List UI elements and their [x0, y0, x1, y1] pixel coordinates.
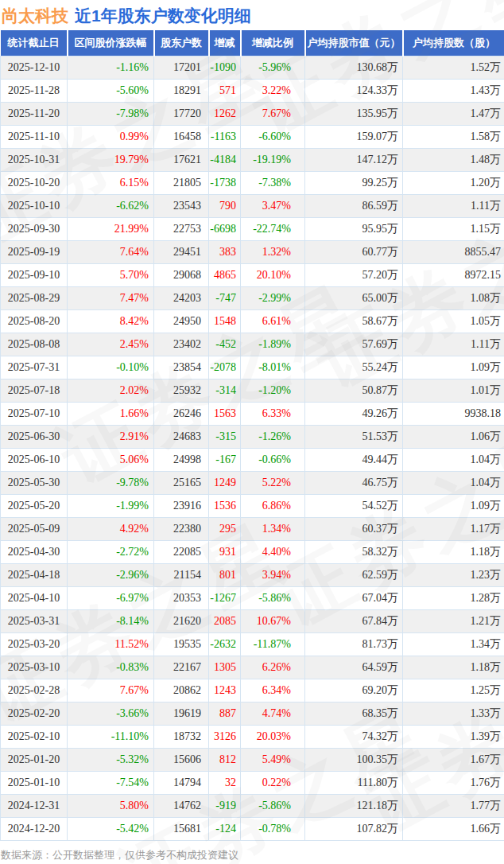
cell-avg-market-value: 111.80万	[305, 771, 403, 794]
cell-avg-market-value: 147.12万	[305, 148, 403, 171]
cell-price-change: -7.54%	[68, 771, 154, 794]
cell-change-ratio: 3.47%	[241, 194, 305, 217]
table-row: 2025-02-10 -11.10% 18732 3126 20.03% 74.…	[1, 725, 504, 748]
cell-avg-shares: 1.21万	[403, 609, 504, 632]
cell-change: 571	[209, 79, 241, 102]
table-row: 2025-01-20 -5.32% 15606 812 5.49% 100.35…	[1, 748, 504, 771]
cell-price-change: 2.45%	[68, 333, 154, 356]
cell-change: 1563	[209, 402, 241, 425]
cell-avg-shares: 1.34万	[403, 632, 504, 656]
cell-stat-date: 2024-12-31	[1, 794, 68, 817]
cell-change-ratio: 1.32%	[241, 240, 305, 263]
cell-price-change: -5.60%	[68, 79, 154, 102]
cell-avg-shares: 8972.15	[403, 263, 504, 286]
page-title: 尚太科技近1年股东户数变化明细	[0, 0, 504, 30]
cell-stat-date: 2024-12-20	[1, 817, 68, 840]
cell-change: -124	[209, 817, 241, 840]
table-row: 2025-06-10 5.06% 24998 -167 -0.66% 49.44…	[1, 448, 504, 471]
table-row: 2025-05-30 -9.78% 25165 1249 5.22% 46.75…	[1, 471, 504, 494]
cell-holder-count: 24683	[154, 425, 209, 448]
cell-stat-date: 2025-04-10	[1, 586, 68, 609]
cell-avg-shares: 1.06万	[403, 425, 504, 448]
cell-price-change: -1.16%	[68, 56, 154, 79]
cell-change: 295	[209, 517, 241, 540]
cell-stat-date: 2025-08-20	[1, 309, 68, 333]
cell-stat-date: 2025-05-20	[1, 494, 68, 517]
cell-stat-date: 2025-09-19	[1, 240, 68, 263]
cell-change: 1305	[209, 656, 241, 679]
table-row: 2025-09-30 21.99% 22753 -6698 -22.74% 95…	[1, 217, 504, 240]
cell-change-ratio: 4.74%	[241, 702, 305, 725]
cell-change: 1249	[209, 471, 241, 494]
cell-avg-market-value: 124.33万	[305, 79, 403, 102]
cell-avg-shares: 1.11万	[403, 333, 504, 356]
cell-price-change: -11.10%	[68, 725, 154, 748]
cell-avg-market-value: 49.26万	[305, 402, 403, 425]
cell-change-ratio: 6.61%	[241, 309, 305, 333]
cell-avg-shares: 1.33万	[403, 702, 504, 725]
table-row: 2025-10-20 6.15% 21805 -1738 -7.38% 99.2…	[1, 171, 504, 194]
cell-avg-shares: 1.77万	[403, 794, 504, 817]
cell-holder-count: 19535	[154, 632, 209, 656]
cell-change-ratio: 4.40%	[241, 540, 305, 563]
cell-change-ratio: -1.26%	[241, 425, 305, 448]
cell-holder-count: 22167	[154, 656, 209, 679]
cell-change-ratio: 7.67%	[241, 102, 305, 125]
cell-avg-market-value: 107.82万	[305, 817, 403, 840]
cell-avg-shares: 1.09万	[403, 356, 504, 379]
cell-stat-date: 2025-07-18	[1, 379, 68, 402]
table-row: 2025-10-31 19.79% 17621 -4184 -19.19% 14…	[1, 148, 504, 171]
cell-change-ratio: 5.49%	[241, 748, 305, 771]
cell-avg-shares: 1.39万	[403, 725, 504, 748]
table-row: 2025-04-18 -2.96% 21154 801 3.94% 62.59万…	[1, 563, 504, 586]
cell-avg-market-value: 57.69万	[305, 333, 403, 356]
cell-holder-count: 22085	[154, 540, 209, 563]
cell-price-change: 7.67%	[68, 679, 154, 702]
cell-stat-date: 2025-02-20	[1, 702, 68, 725]
cell-avg-market-value: 57.20万	[305, 263, 403, 286]
table-row: 2024-12-31 5.80% 14762 -919 -5.86% 121.1…	[1, 794, 504, 817]
cell-avg-shares: 9938.18	[403, 402, 504, 425]
table-row: 2025-02-28 7.67% 20862 1243 6.34% 69.20万…	[1, 679, 504, 702]
cell-change-ratio: -6.60%	[241, 125, 305, 148]
cell-holder-count: 21805	[154, 171, 209, 194]
table-row: 2025-07-18 2.02% 25932 -314 -1.20% 50.87…	[1, 379, 504, 402]
table-body: 2025-12-10 -1.16% 17201 -1090 -5.96% 130…	[1, 56, 504, 840]
cell-price-change: -5.32%	[68, 748, 154, 771]
cell-stat-date: 2025-10-31	[1, 148, 68, 171]
cell-avg-shares: 1.18万	[403, 540, 504, 563]
cell-avg-market-value: 100.35万	[305, 748, 403, 771]
cell-change-ratio: -11.87%	[241, 632, 305, 656]
cell-holder-count: 23543	[154, 194, 209, 217]
cell-stat-date: 2025-04-30	[1, 540, 68, 563]
cell-holder-count: 20862	[154, 679, 209, 702]
col-header-avg-shares: 户均持股数（股）	[403, 30, 504, 56]
cell-price-change: -2.96%	[68, 563, 154, 586]
cell-holder-count: 19619	[154, 702, 209, 725]
table-row: 2025-03-20 11.52% 19535 -2632 -11.87% 81…	[1, 632, 504, 656]
table-row: 2025-04-10 -6.97% 20353 -1267 -5.86% 67.…	[1, 586, 504, 609]
cell-change-ratio: 6.26%	[241, 656, 305, 679]
cell-stat-date: 2025-08-29	[1, 286, 68, 309]
cell-price-change: 8.42%	[68, 309, 154, 333]
cell-change: 383	[209, 240, 241, 263]
cell-stat-date: 2025-01-20	[1, 748, 68, 771]
cell-holder-count: 17201	[154, 56, 209, 79]
cell-avg-market-value: 121.18万	[305, 794, 403, 817]
cell-change: 812	[209, 748, 241, 771]
cell-avg-shares: 1.66万	[403, 817, 504, 840]
cell-price-change: -7.98%	[68, 102, 154, 125]
cell-price-change: -8.14%	[68, 609, 154, 632]
cell-price-change: 2.02%	[68, 379, 154, 402]
cell-stat-date: 2025-11-20	[1, 102, 68, 125]
shareholder-count-table: 统计截止日 区间股价涨跌幅 股东户数 增减 增减比例 户均持股市值（元） 户均持…	[0, 30, 504, 841]
cell-holder-count: 15681	[154, 817, 209, 840]
table-row: 2025-11-28 -5.60% 18291 571 3.22% 124.33…	[1, 79, 504, 102]
cell-price-change: -0.83%	[68, 656, 154, 679]
cell-change-ratio: -22.74%	[241, 217, 305, 240]
cell-change-ratio: -7.38%	[241, 171, 305, 194]
cell-avg-shares: 1.48万	[403, 148, 504, 171]
cell-change: -315	[209, 425, 241, 448]
table-row: 2025-12-10 -1.16% 17201 -1090 -5.96% 130…	[1, 56, 504, 79]
cell-holder-count: 18291	[154, 79, 209, 102]
